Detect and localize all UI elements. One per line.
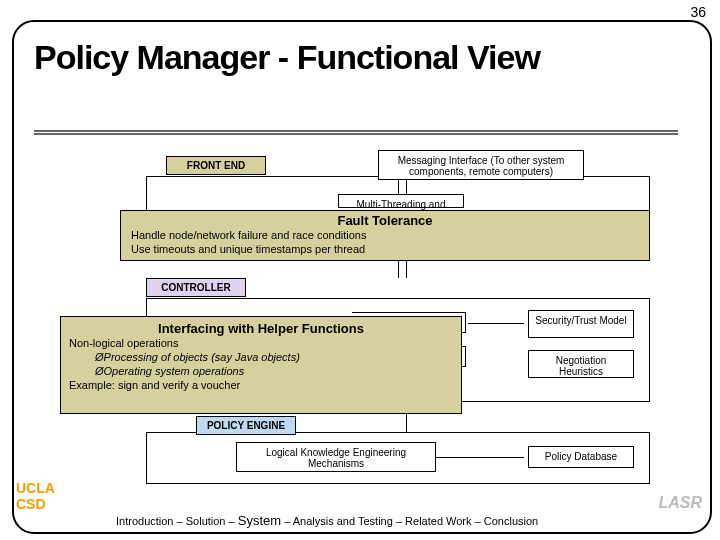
callout-ft-line: Use timeouts and unique timestamps per t…: [131, 242, 649, 256]
arrow-icon: [398, 260, 399, 278]
lasr-logo: LASR: [658, 494, 702, 512]
callout-if-line: Example: sign and verify a voucher: [69, 378, 461, 392]
box-negotiation: Negotiation Heuristics: [528, 350, 634, 378]
nav-sep: –: [177, 515, 186, 527]
footer-nav: Introduction – Solution – System – Analy…: [116, 513, 538, 528]
nav-item: Solution: [186, 515, 226, 527]
callout-interfacing: Interfacing with Helper Functions Non-lo…: [60, 316, 462, 414]
callout-ft-title: Fault Tolerance: [121, 213, 649, 228]
nav-sep: –: [284, 515, 293, 527]
title-rule-2: [34, 133, 678, 135]
callout-if-sub: Operating system operations: [104, 365, 245, 377]
arrow-icon: [406, 260, 407, 278]
callout-if-title: Interfacing with Helper Functions: [61, 321, 461, 336]
callout-ft-line: Handle node/network failure and race con…: [131, 228, 649, 242]
page-title: Policy Manager - Functional View: [34, 38, 540, 77]
label-engine: POLICY ENGINE: [196, 416, 296, 435]
ucla-logo: UCLACSD: [16, 480, 55, 512]
nav-item: Introduction: [116, 515, 173, 527]
callout-ft-body: Handle node/network failure and race con…: [121, 228, 649, 256]
nav-sep: –: [396, 515, 405, 527]
title-rule: [34, 130, 678, 132]
callout-if-line: Non-logical operations: [69, 336, 461, 350]
label-frontend: FRONT END: [166, 156, 266, 175]
arrow-icon: [406, 180, 407, 194]
nav-item: Conclusion: [484, 515, 538, 527]
arrow-icon: [406, 414, 407, 432]
callout-if-sub: Processing of objects (say Java objects): [104, 351, 300, 363]
page-number: 36: [690, 4, 706, 20]
arrow-icon: [398, 180, 399, 194]
arrow-icon: [468, 323, 524, 324]
nav-item: Related Work: [405, 515, 471, 527]
label-controller: CONTROLLER: [146, 278, 246, 297]
box-messaging: Messaging Interface (To other system com…: [378, 150, 584, 180]
nav-sep: –: [475, 515, 484, 527]
nav-sep: –: [229, 515, 238, 527]
box-security: Security/Trust Model: [528, 310, 634, 338]
box-lke: Logical Knowledge Engineering Mechanisms: [236, 442, 436, 472]
callout-fault-tolerance: Fault Tolerance Handle node/network fail…: [120, 210, 650, 261]
arrow-icon: [436, 457, 524, 458]
nav-item-current: System: [238, 513, 281, 528]
box-policydb: Policy Database: [528, 446, 634, 468]
nav-item: Analysis and Testing: [293, 515, 393, 527]
box-multithread: Multi-Threading and: [338, 194, 464, 208]
